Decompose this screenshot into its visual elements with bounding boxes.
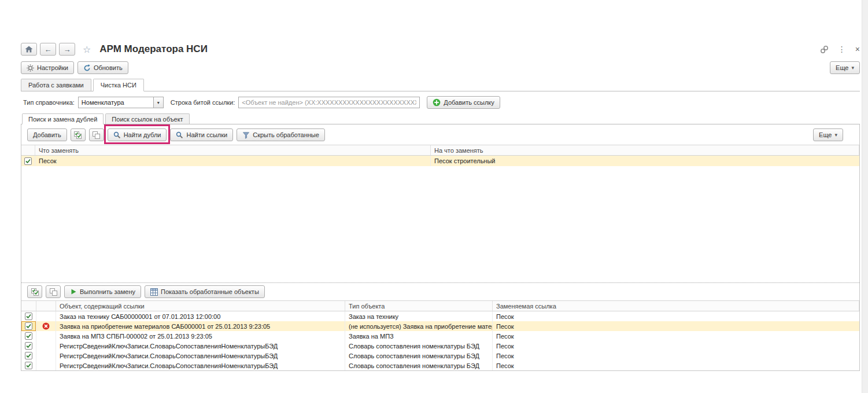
column-header-what-to-replace[interactable]: Что заменять — [35, 145, 431, 155]
find-duplicates-button[interactable]: Найти дубли — [108, 128, 167, 141]
back-arrow-icon: ← — [45, 45, 52, 54]
uncheck-all-icon — [50, 288, 57, 296]
refresh-button[interactable]: Обновить — [77, 61, 128, 74]
column-header-replaced-link[interactable]: Заменяемая ссылка — [493, 301, 859, 311]
cell-object-type: Словарь сопоставления номенклатуры БЭД — [345, 361, 493, 370]
column-header-replace-with[interactable]: На что заменять — [431, 145, 859, 155]
catalog-type-value: Номенклатура — [79, 97, 153, 108]
cell-replaced-link: Песок — [493, 311, 859, 321]
form-more-button[interactable]: Еще ▾ — [830, 61, 860, 74]
get-link-icon[interactable] — [820, 45, 829, 54]
broken-link-input[interactable] — [238, 97, 420, 108]
row-checkbox[interactable] — [25, 362, 32, 369]
more-button-label: Еще — [819, 131, 832, 138]
play-icon — [70, 288, 77, 295]
forward-button[interactable]: → — [59, 43, 75, 56]
row-checkbox[interactable] — [24, 157, 32, 165]
column-header-object-type[interactable]: Тип объекта — [345, 301, 493, 311]
combobox-dropdown-button[interactable]: ▾ — [153, 97, 163, 108]
form-arm-moderator-nsi: ← → ☆ АРМ Модератора НСИ ⋮ × — [21, 42, 860, 371]
check-all-button[interactable] — [71, 128, 86, 141]
references-table-row[interactable]: Заявка на приобретение материалов САБ000… — [21, 321, 859, 331]
references-table-row[interactable]: РегистрСведенийКлючЗаписи.СловарьСопоста… — [21, 361, 859, 370]
find-duplicates-button-label: Найти дубли — [124, 131, 161, 138]
cell-object-type: (не используется) Заявка на приобретение… — [345, 321, 493, 331]
tab-chistka-nsi[interactable]: Чистка НСИ — [93, 79, 144, 91]
cell-replaced-link: Песок — [493, 341, 859, 351]
replace-toolbar: Выполнить замену Показать обработанные о… — [21, 282, 859, 300]
run-replace-button[interactable]: Выполнить замену — [64, 285, 141, 298]
close-icon[interactable]: × — [855, 45, 860, 53]
more-menu-icon[interactable]: ⋮ — [838, 45, 846, 53]
settings-button[interactable]: Настройки — [21, 61, 74, 74]
row-checkbox-cell — [21, 311, 36, 321]
catalog-type-combobox[interactable]: Номенклатура ▾ — [78, 97, 164, 108]
find-links-button[interactable]: Найти ссылки — [170, 128, 233, 141]
gear-icon — [27, 64, 34, 72]
row-checkbox[interactable] — [25, 313, 32, 320]
duplicates-table: Что заменять На что заменять Песок — [21, 145, 859, 166]
row-status-cell — [36, 331, 56, 341]
references-table-row[interactable]: РегистрСведенийКлючЗаписи.СловарьСопоста… — [21, 341, 859, 351]
favorite-star-icon[interactable]: ☆ — [83, 44, 91, 55]
more-button-label: Еще — [836, 64, 848, 71]
row-checkbox[interactable] — [25, 332, 32, 340]
references-table-body: Заказ на технику САБ00000001 от 07.01.20… — [21, 311, 859, 370]
cell-object: Заказ на технику САБ00000001 от 07.01.20… — [56, 311, 345, 321]
home-button[interactable] — [21, 43, 37, 56]
cell-replace-with: Песок строительный — [431, 156, 859, 166]
references-table: Объект, содержащий ссылки Тип объекта За… — [21, 300, 859, 370]
chevron-down-icon: ▾ — [851, 65, 854, 71]
vertical-scrollbar[interactable] — [862, 0, 868, 393]
window-controls: ⋮ × — [820, 45, 860, 54]
window-nav-bar: ← → ☆ АРМ Модератора НСИ ⋮ × — [21, 42, 860, 57]
header-checkbox-column — [21, 301, 36, 311]
check-all-icon — [31, 288, 39, 296]
cell-object: Заявка на приобретение материалов САБ000… — [56, 321, 345, 331]
hide-processed-button-label: Скрыть обработанные — [253, 131, 319, 138]
add-link-button-label: Добавить ссылку — [444, 99, 494, 106]
duplicates-more-button[interactable]: Еще ▾ — [813, 128, 843, 141]
add-link-button[interactable]: Добавить ссылку — [427, 96, 500, 109]
cell-object-type: Заказ на технику — [345, 311, 493, 321]
back-button[interactable]: ← — [40, 43, 56, 56]
add-row-button[interactable]: Добавить — [27, 128, 67, 141]
cell-replaced-link: Песок — [493, 351, 859, 361]
tab-rabota-s-zayavkami[interactable]: Работа с заявками — [21, 79, 91, 91]
header-checkbox-column — [21, 145, 35, 155]
row-checkbox[interactable] — [25, 352, 32, 359]
cell-object: РегистрСведенийКлючЗаписи.СловарьСопоста… — [56, 361, 345, 370]
row-checkbox[interactable] — [25, 322, 32, 330]
check-all-button[interactable] — [27, 285, 42, 298]
row-checkbox-cell — [21, 351, 36, 361]
main-tab-bar: Работа с заявками Чистка НСИ — [21, 79, 860, 91]
references-table-row[interactable]: Заказ на технику САБ00000001 от 07.01.20… — [21, 311, 859, 321]
cell-object-type: Словарь сопоставления номенклатуры БЭД — [345, 341, 493, 351]
row-checkbox-cell — [21, 321, 36, 331]
find-duplicates-wrapper: Найти дубли — [108, 128, 167, 141]
add-circle-icon — [433, 98, 441, 106]
references-table-row[interactable]: Заявка на МПЗ СПБП-000002 от 25.01.2013 … — [21, 331, 859, 341]
run-replace-button-label: Выполнить замену — [80, 288, 135, 295]
cell-replaced-link: Песок — [493, 361, 859, 370]
uncheck-all-button[interactable] — [89, 128, 104, 141]
uncheck-all-button[interactable] — [46, 285, 61, 298]
row-checkbox-cell — [21, 361, 36, 370]
hide-processed-button[interactable]: Скрыть обработанные — [237, 128, 325, 141]
column-header-object[interactable]: Объект, содержащий ссылки — [56, 301, 345, 311]
cell-what-to-replace: Песок — [35, 156, 431, 166]
search-links-icon — [176, 131, 183, 139]
tab-poisk-i-zamena-dubley[interactable]: Поиск и замена дублей — [22, 113, 104, 124]
duplicates-table-row[interactable]: Песок Песок строительный — [21, 156, 859, 166]
row-status-cell — [36, 361, 56, 370]
show-processed-button[interactable]: Показать обработанные объекты — [145, 285, 265, 298]
row-checkbox-cell — [21, 156, 35, 166]
command-bar: Настройки Обновить Еще ▾ — [21, 61, 860, 74]
filter-row: Тип справочника: Номенклатура ▾ Строка б… — [21, 96, 860, 109]
row-status-cell — [36, 341, 56, 351]
references-table-row[interactable]: РегистрСведенийКлючЗаписи.СловарьСопоста… — [21, 351, 859, 361]
row-checkbox[interactable] — [25, 342, 32, 350]
cell-replaced-link: Песок — [493, 331, 859, 341]
tab-poisk-ssylok-na-obekt[interactable]: Поиск ссылок на объект — [105, 113, 189, 124]
row-status-cell — [36, 321, 56, 331]
